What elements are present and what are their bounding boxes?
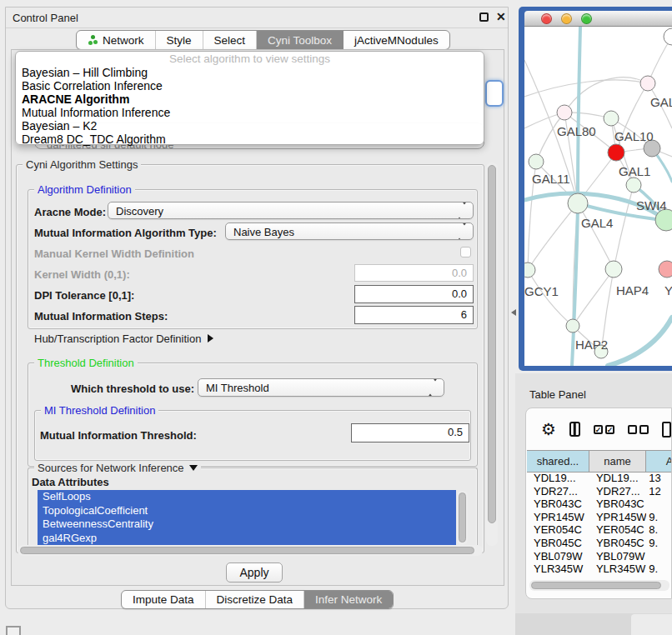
hub-definition-expander[interactable]: Hub/Transcription Factor Definition xyxy=(34,332,213,345)
table-row[interactable]: YER054CYER054C8. xyxy=(527,523,672,537)
table-cell[interactable]: YBR045C xyxy=(589,537,646,550)
manual-kernel-checkbox[interactable] xyxy=(460,247,471,258)
table-cell[interactable] xyxy=(646,498,672,511)
table-cell[interactable]: 8. xyxy=(646,523,672,537)
mi-type-combo[interactable]: Naive Bayes xyxy=(225,222,474,240)
node-swi4[interactable] xyxy=(626,178,641,192)
gear-icon[interactable]: ⚙ xyxy=(541,421,556,438)
table-cell[interactable]: YBL079W xyxy=(527,550,589,563)
tab-cyni-toolbox[interactable]: Cyni Toolbox xyxy=(257,31,344,49)
column-header-name[interactable]: name xyxy=(589,451,646,472)
inference-algorithm-combo-fragment[interactable] xyxy=(485,80,504,107)
table-row[interactable]: YLR345WYLR345W9. xyxy=(527,562,672,576)
mi-threshold-field[interactable]: 0.5 xyxy=(351,423,469,442)
node-gal11[interactable] xyxy=(529,154,544,169)
table-row[interactable]: YIL053CYIL053C9. xyxy=(527,576,672,578)
node-gal4[interactable] xyxy=(568,193,588,213)
table-row[interactable]: YBR045CYBR045C9. xyxy=(527,537,672,550)
algorithm-menu-item-basic-correlation-inference[interactable]: Basic Correlation Inference xyxy=(16,79,484,92)
checked-boxes-icon[interactable]: ✓✓ xyxy=(594,425,614,434)
algorithm-menu-item-bayesian-k2[interactable]: Bayesian – K2 xyxy=(16,119,484,132)
attribute-list-scrollbar[interactable] xyxy=(457,491,468,545)
attribute-list-item-gal4rgexp[interactable]: gal4RGexp xyxy=(38,532,456,546)
algorithm-menu-item-bayesian-hill-climbing[interactable]: Bayesian – Hill Climbing xyxy=(16,66,484,79)
which-threshold-combo[interactable]: MI Threshold xyxy=(198,378,444,397)
unchecked-boxes-icon[interactable] xyxy=(628,425,649,434)
table-cell[interactable]: 9. xyxy=(646,576,672,578)
tab-discretize-data[interactable]: Discretize Data xyxy=(206,591,305,608)
document-icon[interactable] xyxy=(662,422,671,438)
table-cell[interactable]: YLR345W xyxy=(527,562,589,576)
aracne-mode-combo[interactable]: Discovery xyxy=(108,202,474,219)
sources-title-text: Sources for Network Inference xyxy=(38,462,184,474)
node-hap2[interactable] xyxy=(566,319,579,332)
kernel-width-field[interactable]: 0.0 xyxy=(354,264,474,282)
node-y[interactable] xyxy=(659,261,672,278)
tab-impute-data[interactable]: Impute Data xyxy=(122,591,206,608)
settings-vertical-scrollbar[interactable] xyxy=(486,162,498,546)
mi-steps-field[interactable]: 6 xyxy=(354,306,474,324)
column-header-a[interactable]: A xyxy=(646,451,672,472)
table-cell[interactable]: YDR27... xyxy=(589,485,646,498)
close-traffic-icon[interactable] xyxy=(541,13,552,24)
table-row[interactable]: YDL19...YDL19...13 xyxy=(527,472,672,485)
table-cell[interactable]: 9. xyxy=(646,511,672,524)
table-cell[interactable]: YDR27... xyxy=(527,485,589,498)
apply-button[interactable]: Apply xyxy=(226,562,283,582)
table-cell[interactable]: YIL053C xyxy=(527,576,589,578)
table-cell[interactable]: YDL19... xyxy=(589,472,646,485)
split-pane-icon[interactable] xyxy=(569,422,580,437)
attribute-list-item-topologicalcoefficient[interactable]: TopologicalCoefficient xyxy=(38,504,456,518)
node-top-right[interactable] xyxy=(664,28,672,45)
table-horizontal-scrollbar[interactable] xyxy=(529,580,669,591)
cyni-algorithm-settings-title: Cyni Algorithm Settings xyxy=(23,158,141,171)
attribute-list-item-betweennesscentrality[interactable]: BetweennessCentrality xyxy=(38,518,456,532)
network-canvas[interactable]: GALGAL80GAL10GAL1GAL11SWI4GAL4GCY1HAP4YH… xyxy=(524,27,672,366)
tab-infer-network[interactable]: Infer Network xyxy=(304,591,393,608)
node-gal1[interactable] xyxy=(608,144,624,161)
tab-style[interactable]: Style xyxy=(156,31,203,49)
node-gcy1[interactable] xyxy=(524,262,535,278)
minimize-traffic-icon[interactable] xyxy=(561,13,572,24)
float-window-icon[interactable] xyxy=(479,12,489,22)
collapsed-panel-button[interactable] xyxy=(6,626,21,635)
table-row[interactable]: YBL079WYBL079W xyxy=(527,550,672,563)
table-cell[interactable]: YPR145W xyxy=(527,511,589,524)
tab-network[interactable]: Network xyxy=(77,31,156,49)
close-icon[interactable]: ✕ xyxy=(496,10,506,23)
algorithm-menu-item-dream8-dc-tdc-algorithm[interactable]: Dream8 DC_TDC Algorithm xyxy=(16,132,484,146)
table-cell[interactable] xyxy=(646,550,672,563)
tab-jactivemnodules[interactable]: jActiveMNodules xyxy=(344,31,449,49)
table-cell[interactable]: YER054C xyxy=(527,523,589,537)
table-cell[interactable]: 13 xyxy=(646,472,672,485)
table-row[interactable]: YDR27...YDR27...12 xyxy=(527,485,672,498)
table-cell[interactable]: YLR345W xyxy=(589,562,646,576)
attribute-list-item-selfloops[interactable]: SelfLoops xyxy=(38,490,456,504)
table-cell[interactable]: 9. xyxy=(646,562,672,576)
node-gal80[interactable] xyxy=(557,105,572,120)
algorithm-menu-item-mutual-information-inference[interactable]: Mutual Information Inference xyxy=(16,106,484,119)
table-cell[interactable]: YIL053C xyxy=(589,576,646,578)
table-cell[interactable]: YER054C xyxy=(589,523,646,537)
table-row[interactable]: YBR043CYBR043C xyxy=(527,498,672,511)
table-cell[interactable]: YBL079W xyxy=(589,550,646,563)
node-gal10[interactable] xyxy=(604,111,619,126)
table-cell[interactable]: YBR045C xyxy=(527,537,589,550)
algorithm-menu-item-aracne-algorithm[interactable]: ARACNE Algorithm xyxy=(16,92,484,106)
node-gal-pink[interactable] xyxy=(640,76,655,91)
table-cell[interactable]: YBR043C xyxy=(589,498,646,511)
zoom-traffic-icon[interactable] xyxy=(581,13,592,24)
dpi-tolerance-field[interactable]: 0.0 xyxy=(354,285,474,303)
node-hap4[interactable] xyxy=(605,261,622,278)
sources-group-title[interactable]: Sources for Network Inference xyxy=(34,462,201,474)
table-cell[interactable]: 9. xyxy=(646,537,672,550)
column-header-shared-[interactable]: shared... xyxy=(527,451,589,472)
panel-splitter-handle[interactable] xyxy=(511,309,516,316)
settings-horizontal-scrollbar[interactable] xyxy=(18,545,483,556)
table-cell[interactable]: YDL19... xyxy=(527,472,589,485)
table-row[interactable]: YPR145WYPR145W9. xyxy=(527,511,672,524)
table-cell[interactable]: YPR145W xyxy=(589,511,646,524)
table-cell[interactable]: YBR043C xyxy=(527,498,589,511)
table-cell[interactable]: 12 xyxy=(646,485,672,498)
tab-select[interactable]: Select xyxy=(203,31,258,49)
